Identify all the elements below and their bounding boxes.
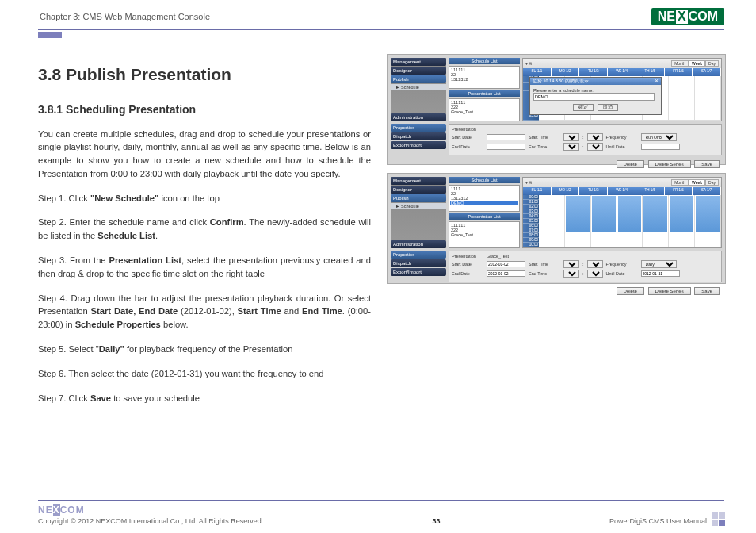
until-input-2[interactable] (641, 270, 680, 277)
tab-day[interactable]: Day (705, 60, 719, 67)
tab-week[interactable]: Week (689, 60, 705, 67)
menu-publish[interactable]: Publish (391, 75, 446, 83)
step-6: Step 6. Then select the date (2012-01-31… (38, 367, 371, 381)
brand-logo: NEXCOM (651, 8, 724, 25)
section-title: 3.8 Publish Presentation (38, 62, 371, 87)
cancel-button[interactable]: 取消 (598, 104, 618, 111)
manual-name: PowerDigiS CMS User Manual (609, 517, 707, 525)
step-2: Step 2. Enter the schedule name and clic… (38, 216, 371, 243)
schedule-name-input[interactable] (533, 93, 655, 101)
menu-administration-2[interactable]: Administration (391, 240, 446, 248)
chapter-title: Chapter 3: CMS Web Management Console (40, 12, 210, 21)
menu-administration[interactable]: Administration (391, 113, 446, 121)
delete-series-button[interactable]: Delete Series (648, 160, 691, 168)
start-h[interactable]: 0 (563, 133, 579, 141)
menu-management[interactable]: Management (391, 58, 446, 66)
intro-text: You can create multiple schedules, drag … (38, 128, 371, 181)
step-7: Step 7. Click Save to save your schedule (38, 392, 371, 405)
menu-designer[interactable]: Designer (391, 67, 446, 75)
step-4: Step 4. Drag down the bar to adjust the … (38, 292, 371, 332)
start-date-input-2[interactable] (487, 261, 525, 267)
new-schedule-icon[interactable]: + (525, 61, 528, 66)
appointment[interactable] (566, 196, 590, 232)
tab-dispatch[interactable]: Dispatch (391, 132, 446, 140)
start-date-input[interactable] (487, 134, 525, 140)
end-date-input[interactable] (487, 144, 525, 150)
footer-deco-icon (712, 512, 724, 525)
end-h[interactable]: 0 (563, 143, 579, 151)
freq-select[interactable]: Run Once (641, 133, 677, 141)
footer-logo: NEXCOM (38, 504, 263, 516)
presentation-list-2[interactable]: 111111222Grace_Test (449, 221, 520, 248)
start-m[interactable]: 0 (587, 133, 603, 141)
tab-properties[interactable]: Properties (391, 124, 446, 132)
screenshot-2: Management Designer Publish ► Schedule A… (387, 173, 726, 284)
close-icon[interactable]: ✕ (655, 79, 659, 84)
delete-schedule-icon[interactable]: ⊟ (529, 61, 532, 66)
menu-management-2[interactable]: Management (391, 177, 446, 185)
menu-designer-2[interactable]: Designer (391, 186, 446, 194)
page-number: 33 (433, 517, 441, 525)
step-3: Step 3. From the Presentation List, sele… (38, 254, 371, 281)
schedule-list[interactable]: 111111221312312 (449, 66, 520, 89)
menu-publish-2[interactable]: Publish (391, 194, 446, 202)
presentation-list[interactable]: 111111222Grace_Test (449, 98, 520, 121)
freq-select-2[interactable]: Daily (641, 260, 677, 268)
calendar-grid-2[interactable]: + ⊟ MonthWeekDay SU 1/1MO 1/2TU 1/3WE 1/… (522, 177, 722, 248)
save-button[interactable]: Save (694, 160, 720, 168)
subsection-title: 3.8.1 Scheduling Presentation (38, 102, 371, 118)
step-5: Step 5. Select "Daily" for playback freq… (38, 343, 371, 356)
delete-button[interactable]: Delete (617, 160, 644, 168)
screenshot-1: Management Designer Publish ► Schedule A… (387, 54, 726, 165)
schedule-list-label: Schedule List (449, 58, 520, 64)
step-1: Step 1. Click "New Schedule" icon on the… (38, 192, 371, 205)
until-input[interactable] (641, 144, 680, 150)
confirm-button[interactable]: 確定 (573, 104, 594, 111)
schedule-name-dialog: 位於 10.14.3.50 的網頁表示✕ Please enter a sche… (529, 77, 662, 115)
presentation-list-label: Presentation List (449, 90, 520, 97)
schedule-list-2[interactable]: 1111221312312DEMO (449, 185, 520, 212)
tab-month[interactable]: Month (671, 60, 689, 67)
menu-schedule[interactable]: ► Schedule (391, 84, 446, 90)
end-date-input-2[interactable] (487, 270, 525, 277)
copyright: Copyright © 2012 NEXCOM International Co… (38, 517, 263, 525)
tab-export[interactable]: Export/Import (391, 141, 446, 149)
end-m[interactable]: 0 (587, 143, 603, 151)
menu-schedule-2[interactable]: ► Schedule (391, 203, 446, 209)
